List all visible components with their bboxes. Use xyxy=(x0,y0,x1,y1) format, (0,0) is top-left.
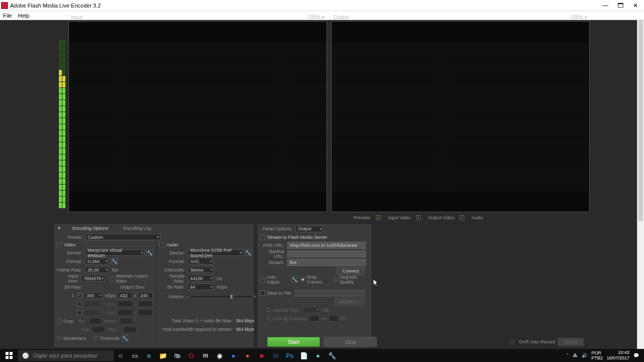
stream3-enable-checkbox[interactable] xyxy=(77,310,82,315)
auto-adjust-checkbox[interactable]: ✓ xyxy=(260,277,265,282)
save-to-file-checkbox[interactable] xyxy=(260,291,265,296)
output-video-content xyxy=(332,42,589,192)
audio-channels-dropdown[interactable]: Stereo xyxy=(188,266,214,273)
browse-button[interactable]: Browse… xyxy=(334,298,365,306)
input-label: Input xyxy=(71,15,82,21)
audio-enable-checkbox[interactable]: ✓ xyxy=(159,242,165,247)
limit-size-radio[interactable] xyxy=(266,308,271,312)
audio-section-label: Audio xyxy=(167,242,178,247)
backup-url-input[interactable] xyxy=(287,250,366,257)
audio-level-meter xyxy=(59,27,67,208)
maximize-button[interactable]: 🗖 xyxy=(613,1,628,11)
video-framerate-dropdown[interactable]: 25.00 xyxy=(85,266,109,273)
input-video-panel: Input 100% ▾ xyxy=(68,21,327,212)
disclosure-icon[interactable]: ▼ xyxy=(57,226,61,231)
stream2-enable-checkbox[interactable] xyxy=(77,302,82,307)
stream3-bitrate-dropdown[interactable] xyxy=(84,309,103,316)
preview-options: Preview: ✓ Input Video ✓ Output Video ✓ … xyxy=(354,215,483,220)
panel-options-dropdown[interactable]: Output xyxy=(295,226,324,232)
preview-input-checkbox[interactable]: ✓ xyxy=(376,215,381,220)
menu-help[interactable]: Help xyxy=(18,11,30,20)
output-zoom-dropdown[interactable]: 100% ▾ xyxy=(571,15,587,21)
auto-adjust-settings-icon[interactable]: 🔧 xyxy=(291,276,298,283)
stream1-enable-checkbox[interactable]: ✓ xyxy=(77,293,82,298)
audio-samplerate-dropdown[interactable]: 44100 xyxy=(188,275,214,282)
stream1-bitrate-dropdown[interactable]: 300 xyxy=(84,292,103,299)
tab-encoding-options[interactable]: Encoding Options xyxy=(68,225,112,232)
preview-audio-checkbox[interactable]: ✓ xyxy=(459,215,464,220)
input-video-content xyxy=(69,42,327,192)
record-button[interactable]: Record xyxy=(558,338,584,346)
close-button[interactable]: ✕ xyxy=(628,1,643,11)
input-zoom-dropdown[interactable]: 100% ▾ xyxy=(308,15,325,21)
limit-size-input[interactable] xyxy=(303,307,320,313)
audio-bitrate-dropdown[interactable]: 64 xyxy=(188,284,214,290)
start-stop-row: Start Stop DVR Auto Record Record xyxy=(0,337,644,347)
stream2-bitrate-dropdown[interactable] xyxy=(84,301,103,307)
drop-frames-radio[interactable] xyxy=(301,277,305,282)
output-video-panel: Output 100% ▾ xyxy=(331,21,590,212)
window-title: Adobe Flash Media Live Encoder 3.2 xyxy=(10,3,598,9)
video-device-settings-icon[interactable]: 🔧 xyxy=(146,249,153,256)
main-content: Input 100% ▾ Output 100% ▾ Preview: ✓ In… xyxy=(0,20,644,349)
degrade-quality-radio[interactable] xyxy=(334,277,338,282)
menu-file[interactable]: File xyxy=(3,11,12,20)
stream-fms-checkbox[interactable]: ✓ xyxy=(260,235,265,240)
stop-button[interactable]: Stop xyxy=(324,337,377,347)
output-label: Output xyxy=(334,15,349,21)
preview-area: Input 100% ▾ Output 100% ▾ xyxy=(0,20,644,213)
crop-radio[interactable] xyxy=(57,319,61,323)
video-format-settings-icon[interactable]: 🔧 xyxy=(111,258,118,264)
app-logo xyxy=(1,2,8,9)
tab-encoding-log[interactable]: Encoding Log xyxy=(119,225,155,232)
audio-device-settings-icon[interactable]: 🔧 xyxy=(245,249,252,256)
vertical-scrollbar[interactable] xyxy=(637,20,644,349)
stream1-height-input[interactable]: 240 xyxy=(138,292,153,299)
maintain-aspect-checkbox[interactable]: ✓ xyxy=(109,276,114,281)
video-format-dropdown[interactable]: H.264 xyxy=(85,258,109,264)
volume-slider[interactable] xyxy=(191,296,252,297)
output-panel: Panel Options: Output ✓ Stream to Flash … xyxy=(257,223,372,348)
video-device-dropdown[interactable]: ManyCam Virtual Webcam xyxy=(85,249,144,256)
start-button[interactable]: Start xyxy=(267,337,320,347)
video-inputsize-dropdown[interactable]: 768x576 xyxy=(81,275,105,282)
minimize-button[interactable]: — xyxy=(598,1,613,11)
preset-dropdown[interactable]: Custom xyxy=(85,234,160,240)
encoding-panel: ▼ Encoding Options Encoding Log Preset: … xyxy=(53,223,255,348)
limit-duration-radio[interactable] xyxy=(266,316,271,321)
stream1-width-input[interactable]: 432 xyxy=(118,292,133,299)
audio-device-dropdown[interactable]: Microfone (USB PnP Sound Dev xyxy=(188,249,243,256)
preview-output-checkbox[interactable]: ✓ xyxy=(416,215,421,220)
audio-format-dropdown[interactable]: AAC xyxy=(188,258,214,264)
fms-url-input[interactable]: rtmp://hd4.com.br:1935/fabioteste xyxy=(287,242,366,249)
save-file-path-input[interactable] xyxy=(294,290,365,297)
preview-label: Preview: xyxy=(354,215,371,220)
preset-label: Preset: xyxy=(57,235,85,240)
titlebar: Adobe Flash Media Live Encoder 3.2 — 🗖 ✕ xyxy=(0,0,644,11)
video-section-label: Video xyxy=(64,242,75,247)
dvr-auto-record-radio[interactable] xyxy=(510,340,514,344)
connect-button[interactable]: Connect xyxy=(337,267,365,275)
video-enable-checkbox[interactable]: ✓ xyxy=(57,242,62,247)
stream-name-input[interactable]: live xyxy=(287,259,366,266)
